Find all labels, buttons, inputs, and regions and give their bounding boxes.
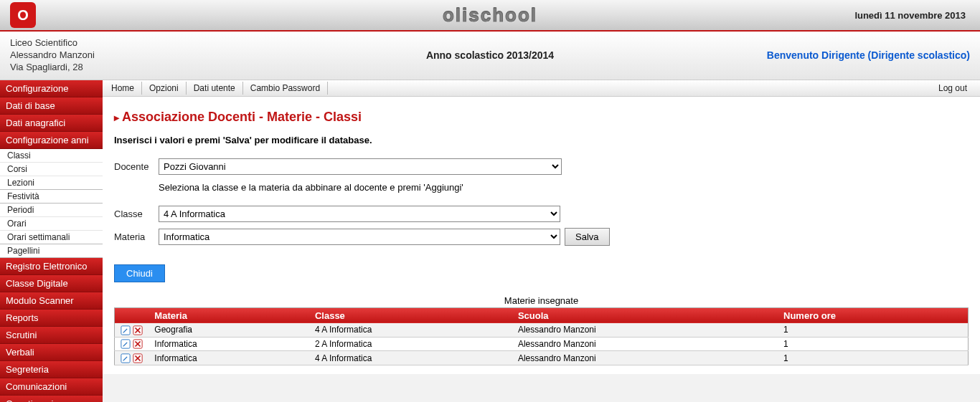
brand-title: olischool [443, 4, 537, 27]
instructions: Inserisci i valori e premi 'Salva' per m… [114, 135, 969, 145]
sidebar-section-modulo-scanner[interactable]: Modulo Scanner [0, 292, 103, 310]
school-address: Via Spagliardi, 28 [10, 62, 95, 74]
content: Associazione Docenti - Materie - Classi … [103, 97, 980, 374]
menubar: HomeOpzioniDati utenteCambio PasswordLog… [103, 80, 980, 97]
materia-label: Materia [114, 231, 159, 242]
cell-ore: 1 [778, 337, 968, 351]
cell-classe: 4 A Informatica [309, 323, 512, 337]
sidebar-section-questionari[interactable]: Questionari [0, 396, 103, 402]
page-title: Associazione Docenti - Materie - Classi [114, 110, 969, 125]
sidebar-section-dati-di-base[interactable]: Dati di base [0, 97, 103, 115]
top-banner: O olischool lunedì 11 novembre 2013 [0, 0, 980, 32]
menu-opzioni[interactable]: Opzioni [142, 82, 187, 95]
sidebar-section-verbali[interactable]: Verbali [0, 344, 103, 361]
table-caption: Materie insegnate [114, 295, 969, 306]
edit-icon[interactable] [121, 353, 131, 363]
sidebar-item-orari-settimanali[interactable]: Orari settimanali [0, 231, 103, 244]
main-area: HomeOpzioniDati utenteCambio PasswordLog… [103, 80, 980, 374]
form-row-docente: Docente Pozzi Giovanni [114, 158, 969, 175]
sidebar-item-corsi[interactable]: Corsi [0, 163, 103, 176]
edit-icon[interactable] [121, 339, 131, 349]
cell-scuola: Alessandro Manzoni [512, 337, 778, 351]
table-row: Informatica2 A InformaticaAlessandro Man… [115, 337, 969, 351]
cell-materia: Informatica [149, 337, 309, 351]
subjects-table: Materia Classe Scuola Numero ore Geograf… [114, 307, 969, 365]
cell-classe: 2 A Informatica [309, 337, 512, 351]
logo-icon: O [10, 2, 36, 28]
classe-select[interactable]: 4 A Informatica [159, 206, 560, 222]
materia-select[interactable]: Informatica [159, 229, 560, 245]
sidebar-item-orari[interactable]: Orari [0, 217, 103, 231]
col-scuola: Scuola [512, 307, 778, 323]
sidebar-section-segreteria[interactable]: Segreteria [0, 361, 103, 378]
sidebar-item-pagellini[interactable]: Pagellini [0, 244, 103, 258]
sidebar-section-classe-digitale[interactable]: Classe Digitale [0, 275, 103, 292]
menu-cambio-password[interactable]: Cambio Password [243, 82, 328, 95]
cell-materia: Informatica [149, 351, 309, 365]
menu-home[interactable]: Home [108, 82, 142, 95]
sidebar-item-periodi[interactable]: Periodi [0, 204, 103, 217]
school-info: Liceo Scientifico Alessandro Manzoni Via… [10, 37, 95, 74]
sidebar-section-scrutini[interactable]: Scrutini [0, 327, 103, 344]
cell-ore: 1 [778, 351, 968, 365]
col-ore: Numero ore [778, 307, 968, 323]
cell-scuola: Alessandro Manzoni [512, 323, 778, 337]
sub-note: Seleziona la classe e la materia da abbi… [159, 182, 969, 193]
edit-icon[interactable] [121, 325, 131, 335]
sidebar-section-dati-anagrafici[interactable]: Dati anagrafici [0, 115, 103, 132]
sidebar: ConfigurazioneDati di baseDati anagrafic… [0, 80, 103, 402]
col-materia: Materia [149, 307, 309, 323]
sidebar-item-festività[interactable]: Festività [0, 190, 103, 204]
current-date: lunedì 11 novembre 2013 [854, 10, 966, 21]
sidebar-section-configurazione[interactable]: Configurazione [0, 80, 103, 97]
save-button[interactable]: Salva [565, 228, 610, 246]
sidebar-section-registro-elettronico[interactable]: Registro Elettronico [0, 258, 103, 275]
docente-label: Docente [114, 161, 159, 172]
sidebar-item-classi[interactable]: Classi [0, 149, 103, 163]
welcome-text: Benvenuto Dirigente (Dirigente scolastic… [767, 49, 970, 61]
delete-icon[interactable] [133, 339, 143, 349]
form-row-classe: Classe 4 A Informatica [114, 206, 969, 222]
table-row: Informatica4 A InformaticaAlessandro Man… [115, 351, 969, 365]
school-year: Anno scolastico 2013/2014 [426, 49, 554, 61]
delete-icon[interactable] [133, 325, 143, 335]
menu-logout[interactable]: Log out [931, 82, 974, 95]
school-subtitle: Alessandro Manzoni [10, 49, 95, 62]
sidebar-section-configurazione-anni[interactable]: Configurazione anni [0, 132, 103, 149]
table-row: Geografia4 A InformaticaAlessandro Manzo… [115, 323, 969, 337]
classe-label: Classe [114, 209, 159, 219]
close-button[interactable]: Chiudi [114, 264, 165, 282]
col-actions [115, 307, 149, 323]
cell-scuola: Alessandro Manzoni [512, 351, 778, 365]
sidebar-item-lezioni[interactable]: Lezioni [0, 176, 103, 190]
cell-materia: Geografia [149, 323, 309, 337]
sidebar-section-comunicazioni[interactable]: Comunicazioni [0, 378, 103, 396]
school-name: Liceo Scientifico [10, 37, 95, 49]
form-row-materia: Materia Informatica Salva [114, 228, 969, 246]
docente-select[interactable]: Pozzi Giovanni [159, 158, 562, 175]
info-row: Liceo Scientifico Alessandro Manzoni Via… [0, 32, 980, 80]
cell-ore: 1 [778, 323, 968, 337]
delete-icon[interactable] [133, 353, 143, 363]
sidebar-section-reports[interactable]: Reports [0, 310, 103, 327]
menu-dati-utente[interactable]: Dati utente [187, 82, 243, 95]
cell-classe: 4 A Informatica [309, 351, 512, 365]
col-classe: Classe [309, 307, 512, 323]
